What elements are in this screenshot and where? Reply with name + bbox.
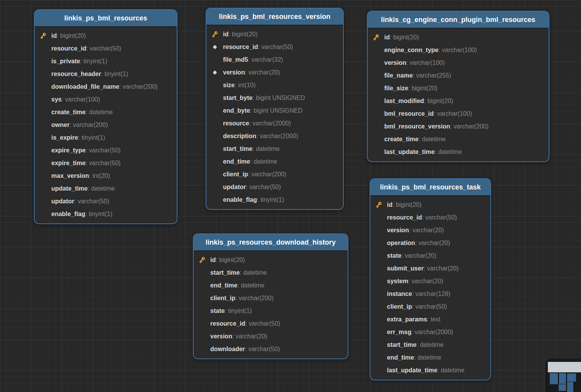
field-row-bml_resource_version[interactable]: bml_resource_version: varchar(200) (368, 120, 549, 133)
table-node-linkis_ps_bml_resources[interactable]: linkis_ps_bml_resourcesid: bigint(20)res… (34, 9, 177, 224)
field-type: : datetime (237, 282, 264, 289)
field-type: : bigint(20) (57, 32, 86, 39)
field-row-version[interactable]: version: varchar(20) (206, 66, 343, 79)
table-title[interactable]: linkis_cg_engine_conn_plugin_bml_resourc… (368, 12, 549, 29)
field-name: bml_resource_version (384, 123, 450, 130)
field-row-update_time[interactable]: update_time: datetime (35, 182, 177, 195)
field-row-end_byte[interactable]: end_byte: bigint UNSIGNED (206, 104, 343, 117)
field-row-is_expire[interactable]: is_expire: tinyint(1) (35, 131, 177, 144)
field-row-state[interactable]: state: tinyint(1) (194, 304, 348, 317)
diagram-canvas[interactable]: linkis_ps_bml_resourcesid: bigint(20)res… (0, 0, 581, 392)
field-type: : varchar(100) (62, 96, 100, 103)
field-row-resource_id[interactable]: resource_id: varchar(50) (35, 42, 177, 55)
table-title[interactable]: linkis_ps_bml_resources_task (370, 179, 490, 196)
field-name: start_byte (223, 95, 252, 101)
field-row-size[interactable]: size: int(10) (206, 79, 343, 91)
field-name: enable_flag (223, 196, 257, 203)
field-row-downloaded_file_name[interactable]: downloaded_file_name: varchar(200) (35, 80, 177, 93)
field-row-enable_flag[interactable]: enable_flag: tinyint(1) (35, 208, 177, 220)
field-type: : varchar(128) (412, 291, 451, 297)
table-node-linkis_ps_bml_resources_task[interactable]: linkis_ps_bml_resources_taskid: bigint(2… (370, 178, 491, 380)
field-row-version[interactable]: version: varchar(100) (368, 56, 549, 69)
field-row-version[interactable]: version: varchar(20) (194, 330, 348, 343)
field-row-resource_id[interactable]: resource_id: varchar(50) (194, 317, 348, 330)
field-row-owner[interactable]: owner: varchar(200) (35, 118, 177, 131)
field-row-updator[interactable]: updator: varchar(50) (206, 181, 343, 193)
field-row-version[interactable]: version: varchar(20) (370, 224, 490, 237)
minimap-table-rect-0 (550, 373, 558, 384)
field-row-updator[interactable]: updator: varchar(50) (35, 195, 177, 208)
field-type: : bigint UNSIGNED (252, 95, 305, 101)
field-row-last_update_time[interactable]: last_update_time: datetime (370, 364, 490, 377)
field-row-expire_type[interactable]: expire_type: varchar(50) (35, 144, 177, 157)
minimap-table-rect-4 (567, 382, 573, 392)
field-row-end_time[interactable]: end_time: datetime (194, 279, 348, 292)
table-title[interactable]: linkis_ps_bml_resources_version (206, 8, 343, 25)
field-row-operation[interactable]: operation: varchar(20) (370, 237, 490, 249)
minimap[interactable] (545, 358, 581, 392)
field-row-start_time[interactable]: start_time: datetime (194, 266, 348, 279)
field-row-description[interactable]: description: varchar(2000) (206, 130, 343, 142)
field-row-end_time[interactable]: end_time: datetime (370, 351, 490, 364)
field-row-client_ip[interactable]: client_ip: varchar(50) (370, 300, 490, 313)
field-row-create_time[interactable]: create_time: datetime (35, 106, 177, 118)
field-row-max_version[interactable]: max_version: int(20) (35, 169, 177, 182)
field-row-resource[interactable]: resource: varchar(2000) (206, 117, 343, 130)
field-row-last_modified[interactable]: last_modified: bigint(20) (368, 95, 549, 107)
field-row-enable_flag[interactable]: enable_flag: tinyint(1) (206, 193, 343, 206)
field-type: : datetime (252, 145, 279, 152)
field-name: description (223, 133, 256, 140)
field-row-system[interactable]: system: varchar(20) (370, 275, 490, 287)
field-row-id[interactable]: id: bigint(20) (370, 198, 490, 211)
field-row-file_size[interactable]: file_size: bigint(20) (368, 82, 549, 95)
table-field-list: id: bigint(20)resource_id: varchar(50)ve… (370, 196, 490, 380)
field-row-client_ip[interactable]: client_ip: varchar(200) (194, 292, 348, 304)
field-row-downloader[interactable]: downloader: varchar(50) (194, 343, 348, 355)
table-node-linkis_cg_engine_conn_plugin_bml_resources[interactable]: linkis_cg_engine_conn_plugin_bml_resourc… (367, 11, 549, 162)
field-type: : varchar(200) (119, 83, 158, 90)
table-title[interactable]: linkis_ps_resources_download_history (194, 234, 348, 251)
field-row-file_md5[interactable]: file_md5: varchar(32) (206, 53, 343, 66)
field-row-resource_header[interactable]: resource_header: tinyint(1) (35, 68, 177, 80)
table-title[interactable]: linkis_ps_bml_resources (35, 10, 177, 27)
field-row-instance[interactable]: instance: varchar(128) (370, 287, 490, 300)
field-name: last_update_time (384, 149, 435, 155)
minimap-viewport[interactable] (548, 362, 581, 372)
field-name: client_ip (210, 295, 235, 302)
field-type: : varchar(200) (450, 123, 489, 130)
field-row-submit_user[interactable]: submit_user: varchar(20) (370, 262, 490, 275)
table-node-linkis_ps_bml_resources_version[interactable]: linkis_ps_bml_resources_versionid: bigin… (206, 8, 344, 210)
field-row-client_ip[interactable]: client_ip: varchar(200) (206, 168, 343, 181)
field-row-id[interactable]: id: bigint(20) (368, 31, 549, 44)
field-name: id (223, 31, 228, 38)
field-row-state[interactable]: state: varchar(20) (370, 249, 490, 262)
field-row-sys[interactable]: sys: varchar(100) (35, 93, 177, 106)
field-row-start_byte[interactable]: start_byte: bigint UNSIGNED (206, 91, 343, 104)
field-row-start_time[interactable]: start_time: datetime (370, 338, 490, 351)
field-name: expire_type (51, 147, 86, 154)
field-row-err_msg[interactable]: err_msg: varchar(2000) (370, 326, 490, 338)
primary-key-icon (198, 256, 206, 264)
field-row-file_name[interactable]: file_name: varchar(255) (368, 69, 549, 82)
table-node-linkis_ps_resources_download_history[interactable]: linkis_ps_resources_download_historyid: … (193, 233, 348, 359)
field-row-engine_conn_type[interactable]: engine_conn_type: varchar(100) (368, 44, 549, 56)
field-type: : bigint(20) (390, 34, 419, 41)
field-row-end_time[interactable]: end_time: datetime (206, 155, 343, 168)
field-row-id[interactable]: id: bigint(20) (206, 28, 343, 41)
field-row-expire_time[interactable]: expire_time: varchar(50) (35, 157, 177, 169)
field-row-resource_id[interactable]: resource_id: varchar(50) (370, 211, 490, 224)
field-name: last_update_time (387, 367, 437, 374)
field-name: is_private (51, 58, 80, 65)
field-row-resource_id[interactable]: resource_id: varchar(50) (206, 41, 343, 53)
field-row-extra_params[interactable]: extra_params: text (370, 313, 490, 326)
field-row-id[interactable]: id: bigint(20) (35, 29, 177, 42)
field-name: state (387, 252, 401, 259)
field-row-bml_resource_id[interactable]: bml_resource_id: varchar(100) (368, 107, 549, 120)
field-row-id[interactable]: id: bigint(20) (194, 253, 348, 266)
field-row-is_private[interactable]: is_private: tinyint(1) (35, 55, 177, 68)
field-row-last_update_time[interactable]: last_update_time: datetime (368, 145, 549, 158)
field-row-create_time[interactable]: create_time: datetime (368, 133, 549, 145)
field-name: end_time (210, 282, 237, 289)
field-row-start_time[interactable]: start_time: datetime (206, 142, 343, 155)
field-name: expire_time (51, 160, 86, 167)
